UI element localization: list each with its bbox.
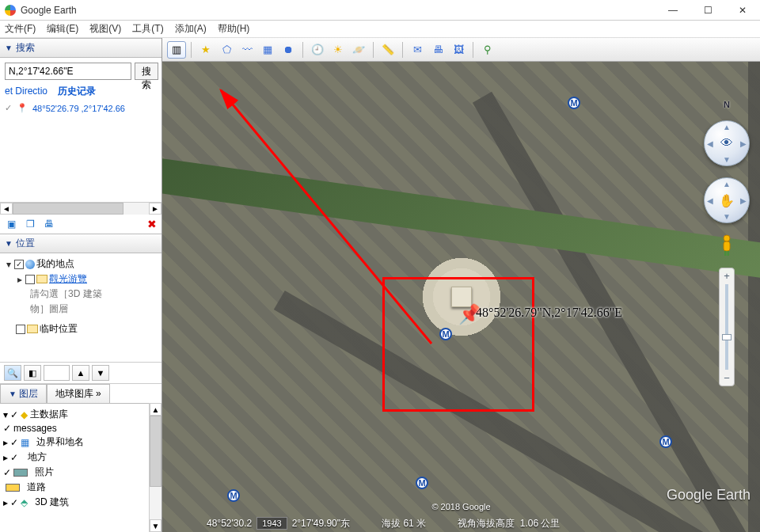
- zoom-out-icon[interactable]: −: [724, 372, 730, 384]
- places-sightseeing[interactable]: ▸ 觀光游覽: [5, 272, 157, 287]
- toggle-sidebar-icon[interactable]: ▥: [167, 41, 186, 59]
- svg-rect-2: [724, 241, 730, 251]
- places-temp[interactable]: 临时位置: [5, 321, 157, 336]
- places-up-icon[interactable]: ▲: [72, 365, 89, 381]
- search-links: et Directio 历史记录: [0, 85, 162, 101]
- ruler-icon[interactable]: 📏: [378, 41, 397, 59]
- status-bar: 48°52'30.2 1943 2°17'49.90"东 海拔 61 米 视角海…: [162, 515, 760, 532]
- scroll-track[interactable]: [150, 416, 162, 519]
- scroll-right-icon[interactable]: ►: [149, 203, 162, 215]
- folder-icon: [27, 325, 38, 333]
- move-wheel[interactable]: ✋ ▲▼▶◀: [704, 177, 750, 223]
- pin-icon: 📍: [17, 103, 28, 113]
- get-directions-link[interactable]: et Directio: [5, 86, 48, 97]
- email-icon[interactable]: ✉: [408, 41, 427, 59]
- navigation-controls: N 👁 ▲▼▶◀ ✋ ▲▼▶◀ + −: [701, 100, 752, 386]
- zoom-track[interactable]: [725, 284, 728, 370]
- checkbox[interactable]: ✓: [3, 423, 11, 434]
- scroll-thumb[interactable]: [13, 203, 124, 215]
- layer-item[interactable]: ▸✓⬘ 3D 建筑: [3, 495, 146, 510]
- pegman-icon[interactable]: [720, 234, 734, 256]
- layer-primary-db[interactable]: ▾ ✓ ◆ 主数据库: [3, 407, 146, 422]
- metro-icon[interactable]: M: [227, 489, 240, 502]
- zoom-thumb[interactable]: [722, 334, 732, 340]
- menu-file[interactable]: 文件(F): [5, 22, 36, 36]
- metro-icon[interactable]: M: [568, 97, 580, 109]
- places-my-places[interactable]: ▾ ✓ 我的地点: [5, 256, 157, 272]
- expand-icon[interactable]: ▾: [3, 409, 8, 420]
- metro-icon[interactable]: M: [416, 477, 428, 489]
- menu-add[interactable]: 添加(A): [175, 22, 207, 36]
- scroll-up-icon[interactable]: ▲: [150, 403, 162, 416]
- tab-gallery[interactable]: 地球图库 »: [47, 384, 110, 403]
- expand-icon[interactable]: ▾: [5, 259, 13, 270]
- layer-item[interactable]: ▸✓▦ 边界和地名: [3, 435, 146, 450]
- layer-item[interactable]: ▸✓ 地方: [3, 450, 146, 465]
- minimize-button[interactable]: —: [656, 0, 690, 21]
- layer-item[interactable]: ✓messages: [3, 422, 146, 435]
- print-search-icon[interactable]: 🖶: [43, 218, 55, 230]
- expand-icon[interactable]: ▸: [16, 274, 24, 285]
- checkbox[interactable]: ✓: [10, 497, 18, 508]
- main-area: ▼ 搜索 搜索 et Directio 历史记录 ✓ 📍 48°52'26.79…: [0, 38, 760, 532]
- view-in-maps-icon[interactable]: ⚲: [478, 41, 497, 59]
- history-link[interactable]: 历史记录: [58, 86, 96, 97]
- history-imagery-icon[interactable]: 🕘: [308, 41, 327, 59]
- menu-help[interactable]: 帮助(H): [218, 22, 250, 36]
- temp-places-label: 临时位置: [40, 322, 78, 336]
- record-tour-icon[interactable]: ⏺: [279, 41, 298, 59]
- menu-edit[interactable]: 编辑(E): [47, 22, 78, 36]
- checkbox[interactable]: ✓: [3, 467, 11, 478]
- search-history-item[interactable]: ✓ 📍 48°52'26.79 ,2°17'42.66: [0, 101, 162, 115]
- search-input[interactable]: [5, 63, 131, 80]
- add-image-overlay-icon[interactable]: ▦: [258, 41, 277, 59]
- save-image-icon[interactable]: 🖼: [449, 41, 468, 59]
- layer-item[interactable]: 道路: [3, 480, 146, 495]
- maximize-button[interactable]: ☐: [690, 0, 725, 21]
- eye-alt-value: 1.06 公里: [520, 517, 560, 530]
- search-box: 搜索: [0, 58, 162, 85]
- scroll-left-icon[interactable]: ◄: [0, 203, 13, 215]
- tab-layers[interactable]: ▼ 图层: [0, 384, 47, 403]
- zoom-slider[interactable]: + −: [719, 268, 735, 386]
- add-placemark-icon[interactable]: ★: [196, 41, 215, 59]
- print-icon[interactable]: 🖶: [428, 41, 447, 59]
- imagery-date-chip[interactable]: 1943: [256, 517, 287, 530]
- add-path-icon[interactable]: 〰: [238, 41, 256, 59]
- places-down-icon[interactable]: ▼: [92, 365, 109, 381]
- copy-search-icon[interactable]: ❐: [24, 218, 36, 230]
- search-panel-header[interactable]: ▼ 搜索: [0, 38, 162, 58]
- sunlight-icon[interactable]: ☀: [329, 41, 348, 59]
- places-search-icon[interactable]: 🔍: [4, 365, 21, 381]
- places-hint: 請勾選［3D 建築: [5, 287, 157, 302]
- metro-icon[interactable]: M: [659, 435, 672, 448]
- zoom-in-icon[interactable]: +: [724, 270, 730, 282]
- search-button[interactable]: 搜索: [135, 63, 158, 80]
- scroll-down-icon[interactable]: ▼: [150, 519, 162, 532]
- add-polygon-icon[interactable]: ⬠: [217, 41, 236, 59]
- search-scrollbar[interactable]: ◄ ►: [0, 202, 162, 215]
- places-view-icon[interactable]: ◧: [24, 365, 41, 381]
- places-slider[interactable]: [44, 365, 70, 381]
- checkbox[interactable]: ✓: [10, 409, 18, 420]
- layer-item[interactable]: ✓ 照片: [3, 465, 146, 480]
- places-panel-header[interactable]: ▼ 位置: [0, 234, 162, 253]
- menu-view[interactable]: 视图(V): [89, 22, 121, 36]
- close-button[interactable]: ✕: [725, 0, 760, 21]
- google-earth-watermark: Google Earth: [667, 487, 750, 504]
- menu-tools[interactable]: 工具(T): [132, 22, 163, 36]
- map-viewport[interactable]: M M M M M 📌 48°52'26.79"N,2°17'42.66"E N…: [162, 62, 760, 532]
- checkbox[interactable]: [25, 275, 35, 284]
- scroll-thumb[interactable]: [150, 416, 162, 487]
- save-search-icon[interactable]: ▣: [5, 218, 17, 230]
- clear-search-icon[interactable]: ✖: [147, 218, 157, 230]
- checkbox[interactable]: ✓: [10, 437, 18, 448]
- checkbox[interactable]: ✓: [14, 260, 24, 269]
- checkbox[interactable]: ✓: [10, 452, 18, 463]
- layers-scrollbar[interactable]: ▲ ▼: [149, 403, 162, 532]
- search-toolbar: ▣ ❐ 🖶 ✖: [0, 215, 162, 234]
- scroll-track[interactable]: [13, 203, 149, 215]
- checkbox[interactable]: [16, 325, 25, 334]
- planet-icon[interactable]: 🪐: [349, 41, 368, 59]
- look-wheel[interactable]: 👁 ▲▼▶◀: [704, 120, 750, 166]
